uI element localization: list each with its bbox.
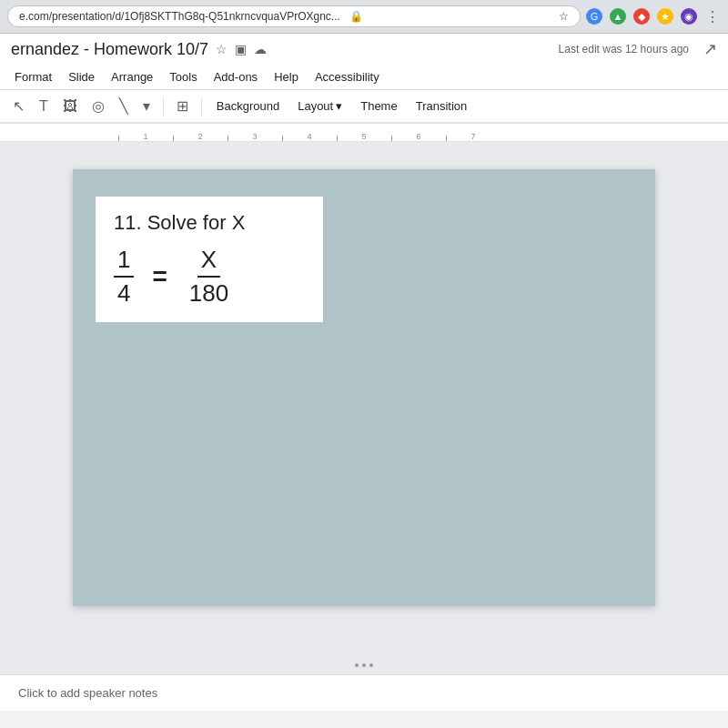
fraction-left-numerator: 1 bbox=[114, 246, 134, 278]
menu-tools[interactable]: Tools bbox=[162, 66, 204, 87]
cursor-tool[interactable]: ↖ bbox=[7, 94, 30, 118]
browser-chrome: e.com/presentation/d/1Ofj8SKTThG8q-Q51nk… bbox=[0, 0, 728, 34]
speaker-notes-placeholder: Click to add speaker notes bbox=[18, 686, 157, 700]
text-tool[interactable]: T bbox=[34, 95, 54, 118]
ruler-mark-3: 3 bbox=[228, 124, 282, 141]
security-icon: 🔒 bbox=[349, 10, 363, 23]
menu-accessibility[interactable]: Accessibility bbox=[308, 66, 387, 87]
toolbar-divider-2 bbox=[201, 97, 202, 116]
menu-format[interactable]: Format bbox=[7, 66, 59, 87]
ruler-mark-2: 2 bbox=[173, 124, 228, 141]
theme-button[interactable]: Theme bbox=[353, 96, 404, 116]
drive-icon[interactable]: ▣ bbox=[235, 42, 247, 56]
last-edit-text: Last edit was 12 hours ago bbox=[559, 43, 689, 56]
layout-arrow-icon: ▾ bbox=[336, 99, 342, 113]
present-icon[interactable]: ☁ bbox=[254, 42, 267, 56]
menu-dots-icon[interactable]: ⋮ bbox=[704, 8, 721, 25]
ruler: 1 2 3 4 5 6 7 bbox=[0, 124, 728, 142]
ruler-mark-5: 5 bbox=[337, 124, 391, 141]
ruler-marks: 1 2 3 4 5 6 7 bbox=[0, 124, 500, 141]
title-icons: ☆ ▣ ☁ bbox=[216, 42, 267, 56]
image-tool[interactable]: 🖼 bbox=[57, 95, 83, 118]
slide[interactable]: 11. Solve for X 1 4 = X 180 bbox=[73, 169, 655, 606]
fraction-equation: 1 4 = X 180 bbox=[114, 246, 305, 308]
menu-bar: Format Slide Arrange Tools Add-ons Help … bbox=[0, 65, 728, 89]
ruler-mark-7: 7 bbox=[446, 124, 500, 141]
extension-icon-4[interactable]: ★ bbox=[657, 8, 673, 25]
menu-slide[interactable]: Slide bbox=[61, 66, 102, 87]
trend-icon: ↗ bbox=[703, 39, 717, 59]
dot-2 bbox=[362, 663, 366, 667]
fraction-left-denominator: 4 bbox=[114, 278, 134, 308]
doc-title: ernandez - Homework 10/7 bbox=[11, 40, 208, 59]
toolbar: ↖ T 🖼 ◎ ╲ ▾ ⊞ Background Layout ▾ Theme … bbox=[0, 89, 728, 123]
browser-icons: G ▲ ◆ ★ ◉ ⋮ bbox=[586, 8, 721, 25]
url-bar[interactable]: e.com/presentation/d/1Ofj8SKTThG8q-Q51nk… bbox=[7, 5, 581, 27]
menu-arrange[interactable]: Arrange bbox=[104, 66, 160, 87]
ruler-mark-4: 4 bbox=[282, 124, 337, 141]
background-button[interactable]: Background bbox=[209, 96, 287, 116]
fraction-right: X 180 bbox=[186, 246, 232, 308]
equals-sign: = bbox=[152, 262, 167, 291]
dot-1 bbox=[355, 663, 359, 667]
fraction-right-denominator: 180 bbox=[186, 278, 232, 308]
menu-addons[interactable]: Add-ons bbox=[207, 66, 265, 87]
url-text: e.com/presentation/d/1Ofj8SKTThG8q-Q51nk… bbox=[19, 10, 340, 23]
three-dots bbox=[355, 663, 373, 667]
line-tool[interactable]: ╲ bbox=[114, 94, 134, 118]
address-bar: e.com/presentation/d/1Ofj8SKTThG8q-Q51nk… bbox=[0, 0, 728, 33]
dropdown-arrow[interactable]: ▾ bbox=[137, 94, 156, 118]
main-area: 11. Solve for X 1 4 = X 180 Click to add… bbox=[0, 142, 728, 711]
toolbar-divider-1 bbox=[163, 97, 164, 116]
layout-button[interactable]: Layout ▾ bbox=[290, 96, 349, 116]
plus-tool[interactable]: ⊞ bbox=[171, 94, 194, 118]
star-doc-icon[interactable]: ☆ bbox=[216, 42, 228, 56]
problem-title: 11. Solve for X bbox=[114, 211, 305, 235]
shape-tool[interactable]: ◎ bbox=[86, 94, 110, 118]
dot-3 bbox=[369, 663, 373, 667]
extension-icon-1[interactable]: G bbox=[586, 8, 602, 25]
extension-icon-3[interactable]: ◆ bbox=[633, 8, 650, 25]
transition-button[interactable]: Transition bbox=[409, 96, 475, 116]
ruler-mark-1: 1 bbox=[118, 124, 173, 141]
extension-icon-5[interactable]: ◉ bbox=[681, 8, 697, 25]
title-bar: ernandez - Homework 10/7 ☆ ▣ ☁ Last edit… bbox=[0, 34, 728, 65]
content-box[interactable]: 11. Solve for X 1 4 = X 180 bbox=[96, 197, 323, 322]
app-header: ernandez - Homework 10/7 ☆ ▣ ☁ Last edit… bbox=[0, 34, 728, 124]
extension-icon-2[interactable]: ▲ bbox=[610, 8, 626, 25]
speaker-notes[interactable]: Click to add speaker notes bbox=[0, 674, 728, 711]
star-icon[interactable]: ☆ bbox=[559, 10, 569, 23]
menu-help[interactable]: Help bbox=[267, 66, 306, 87]
fraction-right-numerator: X bbox=[197, 246, 220, 278]
ruler-mark-6: 6 bbox=[391, 124, 446, 141]
layout-label: Layout bbox=[298, 99, 333, 113]
fraction-left: 1 4 bbox=[114, 246, 134, 308]
